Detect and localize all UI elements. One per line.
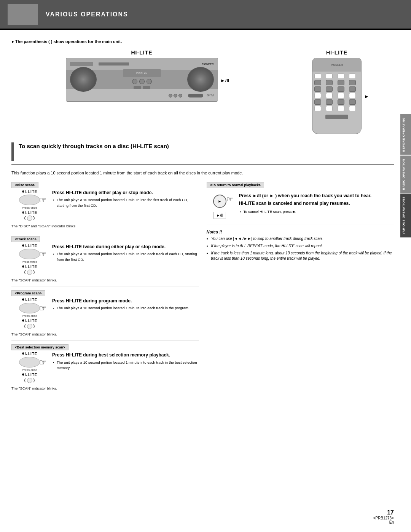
- page-header: VARIOUS OPERATIONS: [0, 0, 411, 29]
- program-scan-diagram: HI-LITE Press once HI-LITE ( ) ☞: [11, 298, 48, 329]
- program-scan-block: <Program scan> HI-LITE Press once HI-LIT…: [11, 290, 199, 340]
- top-images-section: HI-LITE PIONEER: [11, 50, 394, 135]
- track-scan-oval-btn: [19, 249, 40, 259]
- best-scan-title: Press HI-LITE during best selection memo…: [52, 352, 199, 358]
- section-divider: [11, 165, 394, 165]
- remote-section: HI-LITE PIONEER: [280, 50, 394, 135]
- return-header: <To return to normal playback>: [207, 182, 264, 188]
- disc-scan-paren: ( ): [11, 216, 48, 221]
- disc-scan-diagram: HI-LITE Press once HI-LITE ( ) ☞: [11, 190, 48, 221]
- operations-layout: <Disc scan> HI-LITE Press once HI-LITE (…: [11, 182, 394, 394]
- page-number: 17: [373, 509, 394, 516]
- program-scan-row: HI-LITE Press once HI-LITE ( ) ☞ Press H…: [11, 298, 199, 329]
- remote-image: PIONEER: [312, 58, 362, 134]
- sidebar-tab-various-operations[interactable]: VARIOUS OPERATIONS: [400, 193, 411, 237]
- section-title: To scan quickly through tracks on a disc…: [19, 142, 169, 150]
- lang-code: En: [373, 520, 394, 524]
- play-resume-text-block: Press ►/II (or ► ) when you reach the tr…: [239, 193, 394, 219]
- section-bar: [11, 142, 14, 161]
- program-scan-title: Press HI-LITE during program mode.: [52, 298, 199, 304]
- play-resume-subtitle: HI-LITE scan is canceled and normal play…: [239, 200, 394, 207]
- disc-scan-row: HI-LITE Press once HI-LITE ( ) ☞ Press H…: [11, 190, 199, 221]
- best-scan-header: <Best selection memory scan>: [11, 344, 68, 350]
- best-scan-block: <Best selection memory scan> HI-LITE Pre…: [11, 344, 199, 390]
- track-scan-hand: ☞: [39, 249, 47, 259]
- play-resume-hand: ☞: [226, 195, 233, 204]
- disc-scan-title: Press HI-LITE during either play or stop…: [52, 190, 199, 196]
- track-scan-row: HI-LITE Press twice HI-LITE ( ) ☞ Press …: [11, 244, 199, 275]
- header-device-image: [8, 4, 38, 25]
- play-button-circle: ►: [213, 195, 226, 208]
- best-scan-text: Press HI-LITE during best selection memo…: [52, 352, 199, 383]
- track-scan-block: <Track scan> HI-LITE Press twice HI-LITE…: [11, 236, 199, 286]
- header-divider: [0, 29, 411, 30]
- parenthesis-note: ● The parenthesis ( ) show operations fo…: [11, 39, 394, 44]
- disc-scan-hand: ☞: [39, 195, 47, 205]
- right-operations: <To return to normal playback> ► ►/II ☞ …: [207, 182, 394, 394]
- track-scan-divider: [11, 286, 199, 286]
- program-scan-paren: ( ): [11, 324, 48, 329]
- disc-scan-bullet: The unit plays a 10 second portion locat…: [52, 197, 199, 208]
- right-divider: [207, 225, 394, 225]
- best-scan-blink: The "SCAN" indicator blinks.: [11, 386, 199, 390]
- disc-scan-oval-btn: [19, 195, 40, 205]
- play-resume-diagram: ► ►/II ☞: [207, 193, 233, 219]
- section-heading: To scan quickly through tracks on a disc…: [11, 142, 394, 161]
- main-unit-section: HI-LITE PIONEER: [11, 50, 272, 102]
- main-unit-play-arrow: ►/II: [220, 77, 229, 83]
- disc-scan-divider: [11, 232, 199, 232]
- best-scan-bullet: The unit plays a 10 second portion locat…: [52, 360, 199, 371]
- best-scan-oval-btn: [19, 357, 40, 367]
- sidebar-tab-basic-operation[interactable]: BASIC OPERATION: [400, 156, 411, 193]
- bracket-indicator: ►/II: [213, 212, 226, 219]
- disc-scan-header: <Disc scan>: [11, 182, 38, 188]
- remote-play-arrow: ►: [364, 93, 369, 99]
- notes-title: Notes: [207, 230, 394, 234]
- best-scan-hand: ☞: [39, 358, 47, 367]
- program-scan-text: Press HI-LITE during program mode. The u…: [52, 298, 199, 329]
- remote-label: HI-LITE: [280, 50, 394, 56]
- page-footer: 17 <PRB1273> En: [373, 509, 394, 524]
- notes-section: Notes You can use |◄◄ /►►| to skip to an…: [207, 230, 394, 261]
- program-scan-oval-btn: [19, 303, 40, 313]
- sidebar-tabs: BEFORE OPERATING BASIC OPERATION VARIOUS…: [400, 114, 411, 238]
- program-scan-hand: ☞: [39, 304, 47, 313]
- play-resume-title: Press ►/II (or ► ) when you reach the tr…: [239, 193, 394, 199]
- program-scan-header: <Program scan>: [11, 290, 45, 296]
- track-scan-title: Press HI-LITE twice during either play o…: [52, 244, 199, 250]
- note-item-1: If the player is in ALL REPEAT mode, the…: [207, 243, 394, 249]
- track-scan-blink: The "SCAN" indicator blinks.: [11, 278, 199, 282]
- best-scan-row: HI-LITE Press once HI-LITE ( ) ☞ Press H…: [11, 352, 199, 383]
- program-scan-divider: [11, 340, 199, 340]
- disc-scan-blink: The "DISC" and "SCAN" indicator blinks.: [11, 224, 199, 228]
- best-scan-diagram: HI-LITE Press once HI-LITE ( ) ☞: [11, 352, 48, 383]
- best-scan-paren: ( ): [11, 378, 48, 383]
- left-operations: <Disc scan> HI-LITE Press once HI-LITE (…: [11, 182, 199, 394]
- track-scan-header: <Track scan>: [11, 236, 40, 242]
- note-item-0: You can use |◄◄ /►►| to skip to another …: [207, 236, 394, 241]
- disc-scan-text: Press HI-LITE during either play or stop…: [52, 190, 199, 221]
- main-unit-image: PIONEER DISPLAY: [66, 58, 218, 102]
- sidebar-tab-before-operating[interactable]: BEFORE OPERATING: [400, 114, 411, 155]
- track-scan-text: Press HI-LITE twice during either play o…: [52, 244, 199, 275]
- disc-scan-block: <Disc scan> HI-LITE Press once HI-LITE (…: [11, 182, 199, 232]
- note-item-2: If the track is less than 1 minute long,…: [207, 251, 394, 261]
- section-description: This function plays a 10 second portion …: [11, 170, 394, 176]
- page-title: VARIOUS OPERATIONS: [46, 11, 128, 18]
- program-scan-blink: The "SCAN" indicator blinks.: [11, 332, 199, 336]
- track-scan-bullet: The unit plays a 10 second portion locat…: [52, 251, 199, 262]
- track-scan-paren: ( ): [11, 270, 48, 275]
- main-content: ● The parenthesis ( ) show operations fo…: [0, 35, 411, 398]
- model-number: <PRB1273>: [373, 516, 394, 520]
- program-scan-bullet: The unit plays a 10 second portion locat…: [52, 305, 199, 311]
- main-unit-label: HI-LITE: [11, 50, 272, 56]
- play-resume-block: ► ►/II ☞ Press ►/II (or ► ) when you rea…: [207, 193, 394, 219]
- track-scan-diagram: HI-LITE Press twice HI-LITE ( ) ☞: [11, 244, 48, 275]
- play-resume-bullet: To cancel HI-LITE scan, press ■.: [239, 209, 394, 214]
